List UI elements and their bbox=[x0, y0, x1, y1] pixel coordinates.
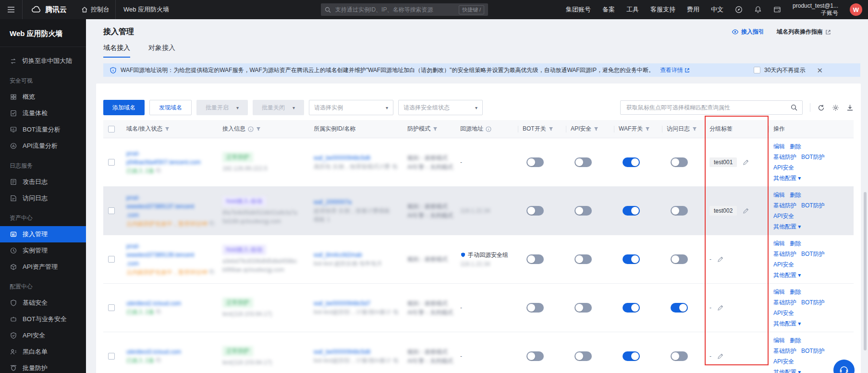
action-link[interactable]: API安全 bbox=[773, 213, 794, 219]
edit-tag-icon[interactable] bbox=[717, 256, 723, 263]
avatar[interactable]: W bbox=[850, 3, 862, 16]
copy-icon[interactable] bbox=[156, 168, 161, 173]
action-link[interactable]: 基础防护 bbox=[773, 299, 796, 306]
edit-tag-icon[interactable] bbox=[743, 208, 749, 214]
domain-link[interactable]: p54bacfda4f307.tencent.com bbox=[126, 159, 201, 166]
tencent-cloud-logo[interactable]: 腾讯云 bbox=[23, 5, 75, 14]
filter-icon[interactable] bbox=[692, 127, 697, 132]
action-link[interactable]: 基础防护 bbox=[773, 202, 796, 209]
action-link[interactable]: 其他配置 ▾ bbox=[773, 223, 801, 230]
action-link[interactable]: API安全 bbox=[773, 261, 794, 268]
topbar-menu-item[interactable]: 备案 bbox=[602, 5, 615, 14]
discover-domain-button[interactable]: 发现域名 bbox=[149, 100, 192, 115]
sidebar-item-instance-management[interactable]: 实例管理 bbox=[0, 242, 86, 259]
api-security-toggle[interactable] bbox=[575, 157, 592, 167]
topbar-menu-item[interactable]: 集团账号 bbox=[566, 5, 591, 14]
sidebar-item-basic-security[interactable]: 基础安全 bbox=[0, 295, 86, 311]
action-link[interactable]: 编辑 bbox=[773, 337, 785, 344]
sidebar-item-black-white-list[interactable]: 黑白名单 bbox=[0, 344, 86, 360]
menu-icon[interactable] bbox=[0, 5, 22, 14]
bell-icon[interactable] bbox=[754, 6, 762, 13]
instance-link[interactable]: waf_8m4ccfd2mab bbox=[314, 252, 362, 259]
action-link[interactable]: 基础防护 bbox=[773, 251, 796, 257]
dismiss-checkbox[interactable] bbox=[754, 67, 760, 73]
instance-link[interactable]: waf_be00000948c5d8 bbox=[314, 349, 370, 356]
domain-link[interactable]: .com bbox=[126, 212, 139, 219]
filter-icon[interactable] bbox=[645, 127, 650, 132]
edit-tag-icon[interactable] bbox=[717, 353, 723, 360]
api-security-toggle[interactable] bbox=[575, 351, 592, 361]
copy-icon[interactable] bbox=[156, 358, 161, 362]
action-link[interactable]: 基础防护 bbox=[773, 154, 796, 160]
action-link[interactable]: 基础防护 bbox=[773, 348, 796, 354]
sidebar-item-traffic-check[interactable]: 流量体检 bbox=[0, 105, 86, 121]
search-icon[interactable] bbox=[791, 104, 797, 111]
topbar-menu-item[interactable]: 中文 bbox=[711, 5, 723, 14]
console-link[interactable]: 控制台 bbox=[75, 5, 115, 14]
action-link[interactable]: BOT防护 bbox=[801, 299, 825, 306]
api-security-toggle[interactable] bbox=[575, 303, 592, 313]
batch-on-dropdown[interactable]: 批量开启 ▾ bbox=[196, 100, 248, 115]
sidebar-item-batch-protect[interactable]: 批量防护 bbox=[0, 360, 86, 373]
support-compass-icon[interactable] bbox=[735, 6, 743, 13]
sidebar-item-access-log[interactable]: 访问日志 bbox=[0, 190, 86, 206]
table-search-input[interactable] bbox=[625, 104, 791, 111]
domain-link[interactable]: prod- bbox=[126, 194, 140, 202]
tab-domain-access[interactable]: 域名接入 bbox=[103, 44, 130, 58]
waf-toggle[interactable] bbox=[623, 254, 640, 264]
download-icon[interactable] bbox=[846, 104, 854, 111]
table-search[interactable] bbox=[620, 100, 803, 115]
access-log-toggle[interactable] bbox=[671, 157, 688, 167]
instance-link[interactable]: waf_be00000948c5d7 bbox=[314, 300, 370, 307]
bot-toggle[interactable] bbox=[526, 303, 544, 313]
access-log-toggle[interactable] bbox=[671, 206, 688, 216]
waf-toggle[interactable] bbox=[623, 157, 640, 167]
refresh-icon[interactable] bbox=[818, 104, 825, 111]
filter-icon[interactable] bbox=[433, 127, 438, 132]
copy-icon[interactable] bbox=[209, 269, 214, 274]
select-all-checkbox[interactable] bbox=[108, 126, 115, 132]
filter-icon[interactable] bbox=[256, 127, 261, 132]
access-log-toggle[interactable] bbox=[671, 303, 688, 313]
waf-toggle[interactable] bbox=[623, 206, 640, 216]
domain-link[interactable]: prod- bbox=[126, 243, 140, 250]
global-search[interactable]: 快捷键 / bbox=[321, 3, 488, 16]
global-search-input[interactable] bbox=[334, 6, 455, 13]
domain-link[interactable]: .com bbox=[126, 260, 139, 267]
copy-icon[interactable] bbox=[209, 221, 214, 226]
topbar-menu-item[interactable]: 工具 bbox=[626, 5, 639, 14]
action-link[interactable]: 编辑 bbox=[773, 192, 785, 198]
instance-select[interactable]: 请选择实例 ▾ bbox=[309, 100, 393, 115]
bot-toggle[interactable] bbox=[526, 157, 544, 167]
edit-tag-icon[interactable] bbox=[743, 159, 749, 166]
access-log-toggle[interactable] bbox=[671, 254, 688, 264]
domain-link[interactable]: wwwtest37389139.tencent bbox=[126, 252, 194, 259]
waf-toggle[interactable] bbox=[623, 351, 640, 361]
console-panel-icon[interactable] bbox=[773, 6, 781, 13]
sidebar-item-switch-region[interactable]: 切换至非中国大陆 bbox=[0, 53, 86, 69]
close-icon[interactable]: ✕ bbox=[817, 67, 823, 74]
domain-link[interactable]: wwwtest37389137.tencent bbox=[126, 203, 194, 210]
api-security-toggle[interactable] bbox=[575, 206, 592, 216]
sidebar-item-access-management[interactable]: W. 接入管理 bbox=[0, 226, 86, 242]
gear-icon[interactable] bbox=[832, 104, 839, 111]
domain-link[interactable]: prod- bbox=[126, 150, 140, 157]
action-link[interactable]: 删除 bbox=[790, 289, 801, 295]
action-link[interactable]: 删除 bbox=[790, 240, 801, 247]
row-checkbox[interactable] bbox=[108, 353, 115, 360]
tab-object-access[interactable]: 对象接入 bbox=[148, 44, 175, 58]
filter-icon[interactable] bbox=[594, 127, 599, 132]
sidebar-item-api-security[interactable]: API安全 bbox=[0, 327, 86, 344]
copy-icon[interactable] bbox=[156, 309, 161, 314]
banner-detail-link[interactable]: 查看详情 bbox=[660, 66, 690, 74]
action-link[interactable]: 其他配置 ▾ bbox=[773, 320, 801, 327]
domain-link[interactable]: ubirdtest2.tcloud.com bbox=[126, 300, 181, 307]
action-link[interactable]: BOT防护 bbox=[801, 348, 825, 354]
action-link[interactable]: API安全 bbox=[773, 358, 794, 365]
sidebar-item-bot-traffic[interactable]: BOT流量分析 bbox=[0, 121, 86, 138]
instance-link[interactable]: waf_be00000948c5d6 bbox=[314, 155, 370, 162]
action-link[interactable]: 其他配置 ▾ bbox=[773, 175, 801, 181]
info-icon[interactable] bbox=[248, 126, 254, 132]
filter-icon[interactable] bbox=[549, 127, 553, 132]
edit-tag-icon[interactable] bbox=[717, 305, 723, 311]
